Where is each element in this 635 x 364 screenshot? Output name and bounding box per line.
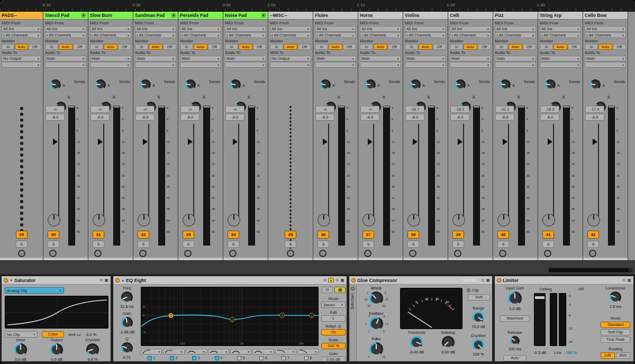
track-activator[interactable]: 29 bbox=[16, 231, 28, 239]
input-channel-select[interactable]: ‖All Channels▼ bbox=[45, 32, 86, 38]
pan-knob[interactable] bbox=[587, 214, 600, 226]
pan-knob[interactable] bbox=[407, 214, 420, 226]
track-header[interactable]: Sandman Pad ▾ bbox=[133, 12, 178, 20]
hot-swap-icon[interactable]: ⊙ bbox=[481, 278, 485, 283]
scrollbar-handle[interactable] bbox=[549, 268, 629, 272]
solo-button[interactable]: S bbox=[285, 241, 296, 248]
band-enable-checkbox[interactable] bbox=[170, 356, 174, 360]
freq-value[interactable]: 31.6 Hz bbox=[120, 304, 134, 309]
track-strip[interactable]: --MISC-- MIDI From All Ins▼ ‖All Channel… bbox=[268, 12, 313, 260]
gain-knob[interactable] bbox=[121, 317, 133, 329]
edit-channel-button[interactable]: L bbox=[321, 315, 346, 322]
freq-knob[interactable] bbox=[121, 292, 133, 303]
monitor-auto-button[interactable]: Auto bbox=[464, 44, 477, 50]
input-select[interactable]: All Ins▼ bbox=[225, 26, 266, 32]
arm-button[interactable] bbox=[139, 250, 147, 257]
band-enable-checkbox[interactable] bbox=[237, 356, 241, 360]
solo-button[interactable]: S bbox=[48, 241, 59, 248]
track-header[interactable]: --MISC-- bbox=[268, 12, 313, 20]
monitor-auto-button[interactable]: Auto bbox=[284, 44, 297, 50]
volume-fader[interactable] bbox=[508, 124, 509, 224]
track-strip[interactable]: Slow Burn MIDI From All Ins▼ ‖All Channe… bbox=[88, 12, 133, 260]
track-header[interactable]: Horns bbox=[358, 12, 403, 20]
threshold-value[interactable]: -3.49 dB bbox=[409, 350, 424, 354]
makeup-value[interactable]: 0.00 dB bbox=[441, 350, 455, 354]
dry-wet-knob[interactable] bbox=[86, 343, 99, 356]
pan-knob[interactable] bbox=[318, 214, 330, 226]
arm-button[interactable] bbox=[184, 250, 192, 257]
track-activator[interactable]: 39 bbox=[452, 231, 464, 239]
input-select[interactable]: All Ins▼ bbox=[2, 26, 41, 32]
pan-knob[interactable] bbox=[497, 214, 510, 226]
saturator-curve-display[interactable] bbox=[5, 296, 108, 329]
monitor-in-button[interactable]: In bbox=[540, 44, 553, 50]
sidechain-section[interactable]: Sidechain bbox=[349, 285, 357, 361]
monitor-off-button[interactable]: Off bbox=[433, 44, 446, 50]
track-strip[interactable]: Flutes MIDI From All Ins▼ ‖All Channels▼… bbox=[313, 12, 358, 260]
volume-fader[interactable] bbox=[553, 124, 554, 224]
track-activator[interactable]: 42 bbox=[587, 231, 599, 239]
input-select[interactable]: All Ins▼ bbox=[585, 26, 626, 32]
arm-button[interactable] bbox=[499, 250, 506, 257]
monitor-off-button[interactable]: Off bbox=[478, 44, 491, 50]
monitor-in-button[interactable]: In bbox=[495, 44, 508, 50]
arm-button[interactable] bbox=[409, 250, 416, 257]
glue-title-bar[interactable]: Glue Compressor cytomic ⊙▣ bbox=[349, 276, 492, 285]
track-activator[interactable]: 32 bbox=[138, 231, 149, 239]
audition-toggle[interactable]: ● bbox=[328, 278, 334, 283]
band-filter-type-select[interactable]: ▼ bbox=[163, 349, 184, 354]
input-channel-select[interactable]: ‖All Channels▼ bbox=[585, 32, 626, 38]
lookahead-knob[interactable] bbox=[610, 292, 621, 303]
monitor-auto-button[interactable]: Auto bbox=[149, 44, 162, 50]
track-header[interactable]: Pizz bbox=[493, 12, 538, 20]
output-channel-select[interactable]: ▼ bbox=[540, 62, 581, 68]
monitor-auto-button[interactable]: Auto bbox=[554, 44, 567, 50]
volume-value[interactable]: -8.0 bbox=[450, 114, 469, 121]
monitor-in-button[interactable]: In bbox=[360, 44, 373, 50]
monitor-auto-button[interactable]: Auto bbox=[15, 44, 28, 50]
band-filter-type-select[interactable]: ▼ bbox=[141, 349, 162, 354]
shaper-type-select[interactable]: Analog Clip▼ bbox=[5, 287, 64, 294]
send-a-knob[interactable] bbox=[500, 79, 511, 90]
output-channel-select[interactable]: ▼ bbox=[135, 62, 176, 68]
input-channel-select[interactable]: ‖All Channels▼ bbox=[225, 32, 266, 38]
dry-wet-knob[interactable] bbox=[473, 339, 484, 351]
volume-fader-handle[interactable] bbox=[458, 139, 466, 145]
track-activator[interactable]: 36 bbox=[318, 231, 329, 239]
monitor-off-button[interactable]: Off bbox=[613, 44, 626, 50]
device-fold-icon[interactable]: ▲ bbox=[121, 279, 124, 282]
monitor-auto-button[interactable]: Auto bbox=[194, 44, 207, 50]
device-fold-icon[interactable]: ▼ bbox=[10, 279, 13, 282]
track-fold-icon[interactable]: ▾ bbox=[261, 13, 266, 18]
input-select[interactable]: All Ins▼ bbox=[270, 26, 311, 32]
monitor-in-button[interactable]: In bbox=[585, 44, 598, 50]
input-select[interactable]: All Ins▼ bbox=[180, 26, 221, 32]
volume-fader[interactable] bbox=[418, 124, 419, 224]
track-strip[interactable]: Sandman Pad ▾ MIDI From All Ins▼ ‖All Ch… bbox=[133, 12, 178, 260]
solo-button[interactable]: S bbox=[407, 241, 419, 248]
volume-value[interactable]: -8.0 bbox=[90, 114, 110, 121]
volume-fader[interactable] bbox=[373, 124, 374, 224]
output-select[interactable]: Main▼ bbox=[495, 56, 536, 61]
pan-knob[interactable] bbox=[93, 214, 105, 226]
drive-value[interactable]: 0.0 dB bbox=[15, 357, 26, 362]
input-select[interactable]: All Ins▼ bbox=[450, 26, 491, 32]
horizontal-scrollbar[interactable] bbox=[548, 268, 633, 272]
input-channel-select[interactable]: ‖All Channels▼ bbox=[495, 32, 536, 38]
output-select[interactable]: Main▼ bbox=[90, 56, 131, 61]
solo-button[interactable]: S bbox=[318, 241, 329, 248]
monitor-off-button[interactable]: Off bbox=[568, 44, 581, 50]
track-activator[interactable]: 33 bbox=[183, 231, 194, 239]
track-header[interactable]: Noise Pad ▾ bbox=[223, 12, 268, 20]
volume-fader[interactable] bbox=[238, 124, 239, 224]
monitor-in-button[interactable]: In bbox=[90, 44, 103, 50]
ratio-knob[interactable]: 2410 bbox=[369, 342, 383, 356]
output-channel-select[interactable]: ▼ bbox=[585, 62, 626, 68]
track-activator[interactable]: 31 bbox=[93, 231, 104, 239]
device-on-led[interactable] bbox=[115, 278, 120, 283]
send-a-knob[interactable] bbox=[410, 79, 421, 90]
track-activator[interactable]: 41 bbox=[542, 231, 554, 239]
output-select[interactable]: Main▼ bbox=[585, 56, 626, 61]
output-select[interactable]: Main▼ bbox=[405, 56, 446, 61]
track-strip[interactable]: Cello Bow MIDI From All Ins▼ ‖All Channe… bbox=[583, 12, 628, 260]
